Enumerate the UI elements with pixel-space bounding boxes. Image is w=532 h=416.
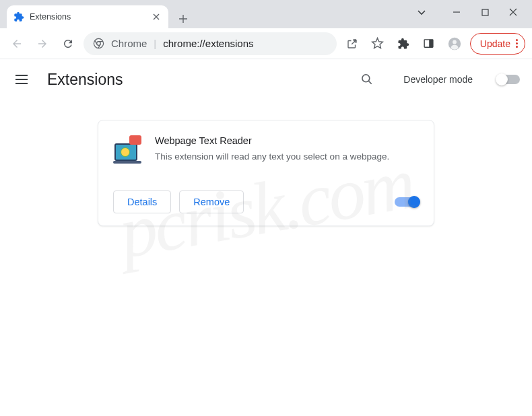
bookmark-star-icon[interactable]	[368, 34, 388, 54]
omnibox-scheme-label: Chrome	[111, 38, 147, 49]
tabs-area: Extensions	[0, 0, 193, 28]
svg-rect-4	[430, 40, 434, 47]
browser-tab[interactable]: Extensions	[7, 5, 168, 28]
svg-rect-0	[482, 9, 488, 15]
search-icon[interactable]	[360, 73, 374, 86]
window-titlebar: Extensions	[0, 0, 532, 28]
update-button-label: Update	[480, 38, 510, 49]
nav-reload-button[interactable]	[58, 34, 78, 54]
browser-toolbar: Chrome | chrome://extensions Update	[0, 28, 532, 59]
omnibox-separator: |	[154, 38, 156, 49]
omnibox[interactable]: Chrome | chrome://extensions	[84, 32, 337, 55]
page-title: Extensions	[47, 71, 344, 89]
omnibox-url: chrome://extensions	[163, 38, 253, 49]
svg-point-6	[453, 40, 457, 44]
window-close-button[interactable]	[506, 5, 520, 19]
profile-avatar-icon[interactable]	[444, 34, 465, 54]
update-button[interactable]: Update	[470, 33, 525, 55]
tab-title: Extensions	[30, 12, 145, 22]
nav-back-button[interactable]	[7, 34, 27, 54]
extension-app-icon	[113, 135, 141, 164]
extensions-page-header: Extensions Developer mode	[0, 59, 532, 100]
kebab-menu-icon	[516, 39, 518, 48]
extension-card-actions: Details Remove	[113, 190, 419, 213]
window-maximize-button[interactable]	[478, 5, 492, 19]
details-button[interactable]: Details	[113, 190, 171, 213]
extension-name: Webpage Text Reader	[155, 135, 419, 146]
extension-info: Webpage Text Reader This extension will …	[155, 135, 419, 164]
svg-point-7	[362, 75, 370, 82]
developer-mode-toggle[interactable]	[497, 75, 520, 84]
tab-close-button[interactable]	[151, 11, 162, 22]
extensions-puzzle-icon[interactable]	[393, 34, 413, 54]
remove-button[interactable]: Remove	[179, 190, 244, 213]
side-panel-icon[interactable]	[419, 34, 439, 54]
extension-puzzle-icon	[13, 11, 24, 22]
window-minimize-button[interactable]	[450, 5, 463, 19]
chrome-icon	[93, 38, 104, 49]
extension-enable-toggle[interactable]	[395, 197, 419, 207]
tab-search-chevron-icon[interactable]	[415, 5, 428, 19]
developer-mode-label: Developer mode	[403, 74, 473, 85]
share-icon[interactable]	[342, 34, 362, 54]
new-tab-button[interactable]	[174, 9, 193, 28]
extension-description: This extension will read any text you se…	[155, 150, 419, 164]
nav-forward-button[interactable]	[32, 34, 53, 54]
extension-card-top: Webpage Text Reader This extension will …	[113, 135, 419, 164]
extension-card: Webpage Text Reader This extension will …	[98, 120, 434, 226]
window-controls	[415, 0, 532, 19]
extensions-content: Webpage Text Reader This extension will …	[0, 100, 532, 226]
hamburger-menu-button[interactable]	[12, 71, 31, 88]
